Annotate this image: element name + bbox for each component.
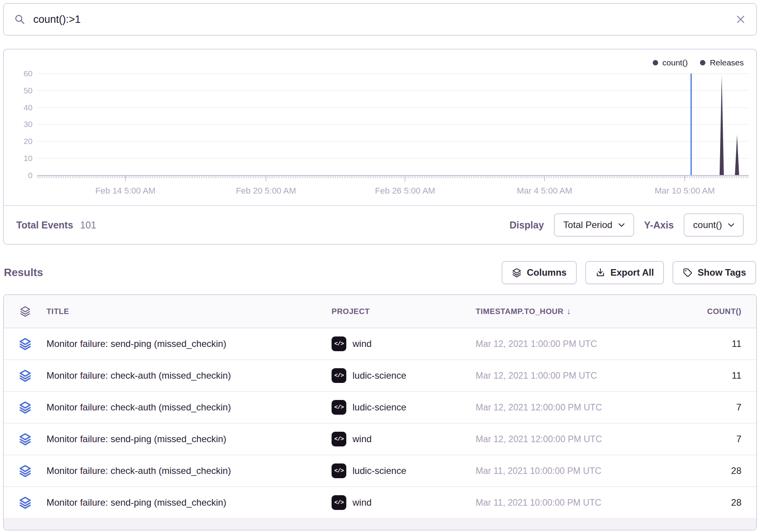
- sort-desc-icon: ↓: [567, 306, 571, 316]
- project-platform-icon: </>: [332, 336, 346, 351]
- y-axis-tick-label: 10: [9, 154, 33, 163]
- event-count: 28: [651, 465, 756, 476]
- show-tags-button-label: Show Tags: [698, 267, 746, 278]
- x-axis-tick-label: Mar 10 5:00 AM: [655, 186, 715, 196]
- events-chart: count() Releases 60 50 40 30 20 10 0: [4, 50, 756, 205]
- column-header-timestamp-label: TIMESTAMP.TO_HOUR: [476, 307, 564, 316]
- columns-button[interactable]: Columns: [502, 261, 577, 284]
- row-stack-button[interactable]: [19, 337, 32, 350]
- clear-search-button[interactable]: [735, 14, 746, 25]
- project-name: wind: [352, 338, 371, 349]
- layers-icon: [19, 369, 32, 382]
- y-axis-tick-label: 60: [9, 69, 33, 78]
- chevron-down-icon: [618, 223, 625, 227]
- events-chart-panel: count() Releases 60 50 40 30 20 10 0: [3, 49, 757, 245]
- table-row: Monitor failure: send-ping (missed_check…: [4, 328, 756, 360]
- y-axis-tick-label: 40: [9, 103, 33, 112]
- download-icon: [595, 268, 605, 278]
- project-name: ludic-science: [352, 402, 406, 413]
- event-title: Monitor failure: send-ping (missed_check…: [46, 434, 332, 444]
- row-stack-button[interactable]: [19, 401, 32, 414]
- x-axis-tick-label: Feb 26 5:00 AM: [375, 186, 435, 196]
- event-timestamp: Mar 11, 2021 10:00:00 PM UTC: [476, 466, 651, 476]
- search-input[interactable]: [33, 14, 727, 26]
- event-title: Monitor failure: check-auth (missed_chec…: [46, 465, 332, 476]
- project-name: ludic-science: [352, 465, 406, 476]
- display-dropdown[interactable]: Total Period: [554, 213, 634, 237]
- legend-label: Releases: [710, 58, 744, 67]
- project-name: wind: [352, 434, 371, 444]
- event-count: 7: [651, 434, 756, 444]
- search-bar: [3, 3, 757, 36]
- y-axis-tick-label: 20: [9, 137, 33, 146]
- project-platform-icon: </>: [332, 463, 346, 478]
- display-dropdown-value: Total Period: [563, 220, 612, 230]
- x-axis-tick-label: Feb 14 5:00 AM: [95, 186, 155, 196]
- total-events-value: 101: [80, 220, 96, 231]
- row-stack-button[interactable]: [19, 496, 32, 509]
- show-tags-button[interactable]: Show Tags: [672, 261, 756, 284]
- legend-label: count(): [662, 58, 688, 67]
- chart-footer: Total Events 101 Display Total Period Y-…: [4, 205, 756, 244]
- table-header-row: TITLE PROJECT TIMESTAMP.TO_HOUR ↓ COUNT(…: [4, 295, 756, 328]
- stack-column-header: [4, 305, 46, 317]
- results-actions: Columns Export All: [502, 261, 756, 284]
- row-stack-button[interactable]: [19, 432, 32, 446]
- discover-page: count() Releases 60 50 40 30 20 10 0: [0, 0, 760, 530]
- row-stack-button[interactable]: [19, 369, 32, 382]
- event-timestamp: Mar 12, 2021 1:00:00 PM UTC: [476, 371, 651, 381]
- y-axis-tick-label: 50: [9, 86, 33, 95]
- event-timestamp: Mar 11, 2021 10:00:00 PM UTC: [476, 498, 651, 508]
- chart-plot-area: [37, 60, 749, 188]
- count-series-spike: [735, 135, 739, 175]
- column-header-count[interactable]: COUNT(): [651, 307, 756, 316]
- layers-icon: [19, 401, 32, 414]
- export-all-button[interactable]: Export All: [585, 261, 664, 284]
- layers-icon: [19, 464, 32, 477]
- legend-item-count[interactable]: count(): [653, 58, 688, 67]
- event-count: 11: [651, 338, 756, 349]
- results-table: TITLE PROJECT TIMESTAMP.TO_HOUR ↓ COUNT(…: [3, 294, 757, 530]
- table-row: Monitor failure: check-auth (missed_chec…: [4, 360, 756, 392]
- legend-item-releases[interactable]: Releases: [700, 58, 744, 67]
- display-label: Display: [509, 220, 544, 231]
- chart-controls: Display Total Period Y-Axis count(): [509, 213, 744, 237]
- event-timestamp: Mar 12, 2021 12:00:00 PM UTC: [476, 402, 651, 413]
- total-events-label: Total Events: [16, 220, 73, 231]
- layers-icon: [19, 337, 32, 350]
- export-all-button-label: Export All: [610, 267, 654, 278]
- tag-icon: [683, 268, 693, 278]
- legend-dot-releases: [700, 60, 705, 65]
- project-platform-icon: </>: [332, 368, 346, 383]
- event-count: 11: [651, 370, 756, 381]
- yaxis-dropdown[interactable]: count(): [684, 213, 744, 237]
- event-count: 28: [651, 497, 756, 508]
- layers-icon: [19, 432, 32, 446]
- y-axis-tick-label: 0: [9, 171, 33, 180]
- column-header-timestamp[interactable]: TIMESTAMP.TO_HOUR ↓: [476, 306, 651, 316]
- project-platform-icon: </>: [332, 400, 346, 415]
- x-axis-tick-label: Feb 20 5:00 AM: [236, 186, 296, 196]
- column-header-project[interactable]: PROJECT: [332, 307, 476, 316]
- layers-icon: [512, 268, 522, 278]
- table-row: Monitor failure: check-auth (missed_chec…: [4, 455, 756, 487]
- table-footer-strip: [4, 519, 756, 530]
- results-bar: Results Columns: [4, 261, 756, 284]
- table-row: Monitor failure: check-auth (missed_chec…: [4, 392, 756, 424]
- event-count: 7: [651, 402, 756, 413]
- project-platform-icon: </>: [332, 495, 346, 510]
- yaxis-dropdown-value: count(): [693, 220, 722, 230]
- table-row: Monitor failure: send-ping (missed_check…: [4, 424, 756, 455]
- column-header-title[interactable]: TITLE: [46, 307, 332, 316]
- y-axis-tick-label: 30: [9, 120, 33, 129]
- legend-dot-count: [653, 60, 658, 65]
- columns-button-label: Columns: [527, 267, 567, 278]
- row-stack-button[interactable]: [19, 464, 32, 477]
- close-icon: [735, 14, 746, 25]
- total-events: Total Events 101: [16, 220, 96, 231]
- layers-icon: [19, 305, 31, 317]
- event-title: Monitor failure: send-ping (missed_check…: [46, 497, 332, 508]
- results-heading: Results: [4, 266, 43, 279]
- project-name: ludic-science: [352, 370, 406, 381]
- search-icon: [14, 14, 26, 25]
